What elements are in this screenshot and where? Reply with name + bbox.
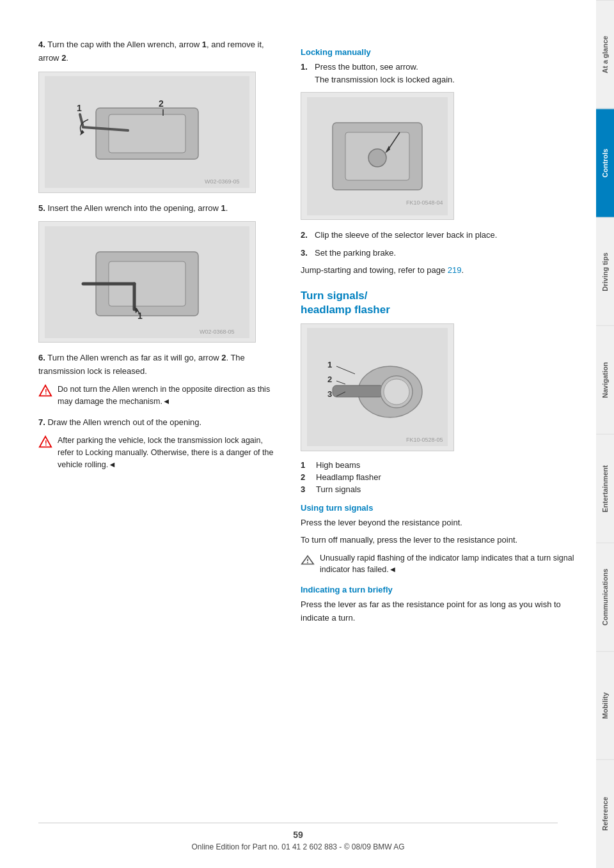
sidebar-tab-reference[interactable]: Reference (596, 759, 614, 868)
warning-triangle-icon: ! (38, 384, 52, 398)
sidebar-tab-navigation[interactable]: Navigation (596, 325, 614, 434)
turn-signal-note: Unusually rapid flashing of the indicato… (301, 552, 577, 577)
step-4-svg: 1 2 W02-0369-05 (45, 76, 249, 188)
using-turn-signals-text2: To turn off manually, press the lever to… (301, 534, 577, 547)
sidebar-tab-entertainment[interactable]: Entertainment (596, 434, 614, 543)
locking-manually-section: Locking manually 1. Press the button, se… (301, 47, 577, 277)
warning-1-text: Do not turn the Allen wrench in the oppo… (58, 384, 281, 408)
step-6-number: 6. (38, 353, 45, 362)
step-5-bold: 1 (221, 203, 225, 213)
svg-text:2: 2 (159, 98, 164, 109)
locking-manually-heading: Locking manually (301, 47, 577, 57)
step-5: 5. Insert the Allen wrench into the open… (38, 202, 281, 343)
page-219-link[interactable]: 219 (448, 265, 462, 275)
locking-svg: FK10-0548-04 (307, 97, 448, 215)
sidebar-tab-driving-tips[interactable]: Driving tips (596, 217, 614, 326)
svg-point-44 (307, 562, 308, 563)
step-5-svg: 1 W02-0368-05 (45, 226, 249, 338)
step-5-text: Insert the Allen wrench into the opening… (47, 203, 221, 213)
copyright-text: Online Edition for Part no. 01 41 2 602 … (191, 842, 404, 851)
svg-text:2: 2 (327, 375, 332, 384)
svg-text:!: ! (45, 388, 47, 396)
svg-text:W02-0369-05: W02-0369-05 (205, 178, 240, 185)
legend-item-2: 2 Headlamp flasher (301, 472, 577, 482)
locking-step-1-text2: The transmission lock is locked again. (315, 74, 455, 86)
svg-text:!: ! (45, 439, 47, 447)
using-turn-signals-heading: Using turn signals (301, 503, 577, 513)
locking-step-3: 3. Set the parking brake. (301, 247, 577, 260)
warning-box-2: ! After parking the vehicle, lock the tr… (38, 435, 281, 470)
note-triangle-icon (301, 554, 315, 568)
sidebar-tab-mobility[interactable]: Mobility (596, 651, 614, 760)
locking-step-3-text: Set the parking brake. (315, 247, 396, 260)
svg-text:W02-0368-05: W02-0368-05 (200, 329, 235, 335)
step-6: 6. Turn the Allen wrench as far as it wi… (38, 352, 281, 407)
turn-signals-section: Turn signals/headlamp flasher (301, 289, 577, 625)
warning-box-1: ! Do not turn the Allen wrench in the op… (38, 384, 281, 408)
svg-text:1: 1 (77, 103, 82, 113)
step-7: 7. Draw the Allen wrench out of the open… (38, 416, 281, 470)
locking-step-1: 1. Press the button, see arrow. The tran… (301, 61, 577, 86)
svg-rect-32 (333, 385, 384, 397)
turn-signals-legend: 1 High beams 2 Headlamp flasher 3 Turn s… (301, 460, 577, 494)
step-4-image: 1 2 W02-0369-05 (38, 72, 256, 193)
indicating-briefly-text: Press the lever as far as the resistance… (301, 598, 577, 625)
step-4: 4. Turn the cap with the Allen wrench, a… (38, 38, 281, 193)
page-number: 59 (38, 830, 558, 840)
note-text: Unusually rapid flashing of the indicato… (320, 552, 577, 577)
legend-item-1: 1 High beams (301, 460, 577, 470)
locking-step-1-text: Press the button, see arrow. (315, 61, 455, 74)
sidebar-tab-at-a-glance[interactable]: At a glance (596, 0, 614, 109)
locking-step-2-text: Clip the sleeve of the selector lever ba… (315, 229, 497, 242)
turn-signals-heading: Turn signals/headlamp flasher (301, 289, 577, 317)
legend-item-3: 3 Turn signals (301, 484, 577, 494)
right-column: Locking manually 1. Press the button, se… (301, 38, 577, 797)
jump-starting-text: Jump-starting and towing, refer to page … (301, 264, 577, 277)
using-turn-signals-text1: Press the lever beyond the resistance po… (301, 516, 577, 530)
step-7-text: Draw the Allen wrench out of the opening… (47, 417, 201, 427)
page-footer: 59 Online Edition for Part no. 01 41 2 6… (38, 823, 558, 855)
svg-text:FK10-0528-05: FK10-0528-05 (406, 437, 443, 443)
warning-2-text: After parking the vehicle, lock the tran… (58, 435, 281, 470)
step-4-text: Turn the cap with the Allen wrench, arro… (38, 40, 264, 63)
step-7-number: 7. (38, 417, 45, 427)
step-5-image: 1 W02-0368-05 (38, 221, 256, 343)
locking-manually-image: FK10-0548-04 (301, 92, 454, 220)
warning-triangle-icon-2: ! (38, 435, 52, 449)
step-4-number: 4. (38, 40, 45, 49)
svg-point-34 (384, 379, 409, 405)
svg-text:FK10-0548-04: FK10-0548-04 (406, 199, 443, 206)
svg-text:1: 1 (327, 360, 332, 369)
svg-text:3: 3 (327, 389, 332, 399)
left-column: 4. Turn the cap with the Allen wrench, a… (38, 38, 281, 797)
sidebar: At a glance Controls Driving tips Naviga… (596, 0, 614, 868)
turn-signals-svg: 1 2 3 FK10-0528-05 (307, 328, 448, 446)
sidebar-tab-communications[interactable]: Communications (596, 543, 614, 651)
step-6-text: Turn the Allen wrench as far as it will … (47, 353, 221, 362)
svg-rect-2 (109, 114, 185, 153)
turn-signals-image: 1 2 3 FK10-0528-05 (301, 323, 454, 451)
sidebar-tab-controls[interactable]: Controls (596, 109, 614, 217)
indicating-briefly-heading: Indicating a turn briefly (301, 585, 577, 594)
step-5-number: 5. (38, 203, 45, 213)
locking-step-2: 2. Clip the sleeve of the selector lever… (301, 229, 577, 242)
svg-point-26 (368, 149, 386, 167)
